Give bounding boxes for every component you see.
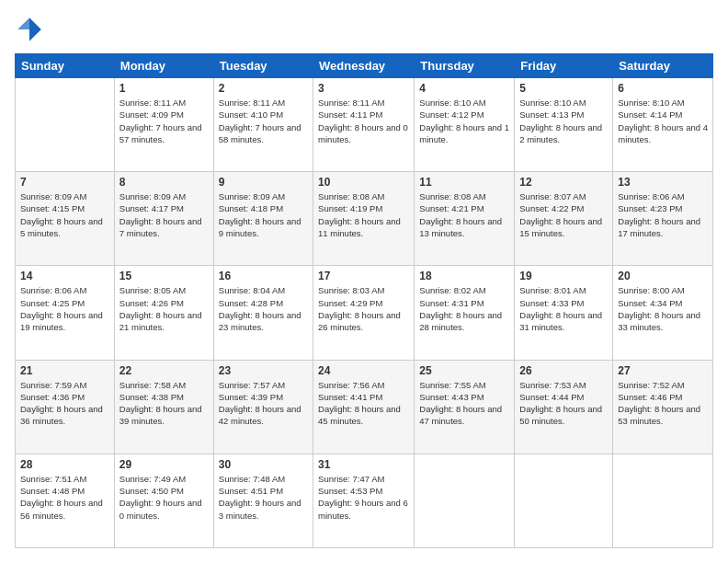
day-number: 24 — [318, 364, 409, 377]
day-number: 31 — [318, 458, 409, 471]
week-row-5: 28Sunrise: 7:51 AMSunset: 4:48 PMDayligh… — [16, 454, 713, 547]
day-cell: 9Sunrise: 8:09 AMSunset: 4:18 PMDaylight… — [213, 172, 313, 266]
day-cell: 19Sunrise: 8:01 AMSunset: 4:33 PMDayligh… — [515, 266, 613, 360]
day-cell: 31Sunrise: 7:47 AMSunset: 4:53 PMDayligh… — [313, 454, 415, 547]
day-info: Sunrise: 8:10 AMSunset: 4:13 PMDaylight:… — [519, 98, 602, 144]
day-cell: 28Sunrise: 7:51 AMSunset: 4:48 PMDayligh… — [16, 454, 115, 547]
day-cell: 2Sunrise: 8:11 AMSunset: 4:10 PMDaylight… — [213, 78, 313, 172]
day-cell: 5Sunrise: 8:10 AMSunset: 4:13 PMDaylight… — [515, 78, 613, 172]
col-header-sunday: Sunday — [16, 54, 115, 78]
day-cell: 30Sunrise: 7:48 AMSunset: 4:51 PMDayligh… — [213, 454, 313, 547]
col-header-friday: Friday — [515, 54, 613, 78]
day-cell: 29Sunrise: 7:49 AMSunset: 4:50 PMDayligh… — [114, 454, 213, 547]
day-info: Sunrise: 7:51 AMSunset: 4:48 PMDaylight:… — [20, 474, 103, 521]
day-info: Sunrise: 8:09 AMSunset: 4:17 PMDaylight:… — [119, 191, 202, 238]
day-info: Sunrise: 7:48 AMSunset: 4:51 PMDaylight:… — [219, 474, 301, 521]
day-cell: 27Sunrise: 7:52 AMSunset: 4:46 PMDayligh… — [613, 360, 713, 454]
day-info: Sunrise: 8:11 AMSunset: 4:10 PMDaylight:… — [219, 98, 301, 144]
day-number: 29 — [119, 458, 209, 471]
day-number: 26 — [519, 364, 608, 377]
day-cell — [16, 78, 115, 172]
day-cell: 26Sunrise: 7:53 AMSunset: 4:44 PMDayligh… — [515, 360, 613, 454]
logo-icon — [15, 15, 44, 44]
day-info: Sunrise: 7:58 AMSunset: 4:38 PMDaylight:… — [119, 380, 202, 427]
calendar-table: SundayMondayTuesdayWednesdayThursdayFrid… — [15, 53, 713, 548]
day-info: Sunrise: 8:04 AMSunset: 4:28 PMDaylight:… — [219, 285, 301, 332]
day-cell: 6Sunrise: 8:10 AMSunset: 4:14 PMDaylight… — [613, 78, 713, 172]
day-cell: 14Sunrise: 8:06 AMSunset: 4:25 PMDayligh… — [16, 266, 115, 360]
day-number: 30 — [219, 458, 308, 471]
day-cell: 4Sunrise: 8:10 AMSunset: 4:12 PMDaylight… — [415, 78, 515, 172]
day-cell: 21Sunrise: 7:59 AMSunset: 4:36 PMDayligh… — [16, 360, 115, 454]
day-info: Sunrise: 8:02 AMSunset: 4:31 PMDaylight:… — [419, 285, 502, 332]
day-info: Sunrise: 7:49 AMSunset: 4:50 PMDaylight:… — [119, 474, 202, 521]
day-number: 11 — [419, 176, 509, 189]
day-info: Sunrise: 7:53 AMSunset: 4:44 PMDaylight:… — [519, 380, 602, 427]
day-info: Sunrise: 8:09 AMSunset: 4:15 PMDaylight:… — [20, 191, 103, 238]
day-cell: 12Sunrise: 8:07 AMSunset: 4:22 PMDayligh… — [515, 172, 613, 266]
day-number: 28 — [20, 458, 109, 471]
day-info: Sunrise: 7:52 AMSunset: 4:46 PMDaylight:… — [618, 380, 700, 427]
day-number: 4 — [419, 82, 509, 95]
day-number: 12 — [519, 176, 608, 189]
day-cell: 15Sunrise: 8:05 AMSunset: 4:26 PMDayligh… — [114, 266, 213, 360]
day-cell: 22Sunrise: 7:58 AMSunset: 4:38 PMDayligh… — [114, 360, 213, 454]
day-number: 8 — [119, 176, 209, 189]
day-cell: 11Sunrise: 8:08 AMSunset: 4:21 PMDayligh… — [415, 172, 515, 266]
day-cell — [613, 454, 713, 547]
day-info: Sunrise: 8:11 AMSunset: 4:09 PMDaylight:… — [119, 98, 202, 144]
col-header-wednesday: Wednesday — [313, 54, 415, 78]
day-number: 13 — [618, 176, 708, 189]
week-row-2: 7Sunrise: 8:09 AMSunset: 4:15 PMDaylight… — [16, 172, 713, 266]
day-number: 9 — [219, 176, 308, 189]
day-info: Sunrise: 8:05 AMSunset: 4:26 PMDaylight:… — [119, 285, 202, 332]
week-row-3: 14Sunrise: 8:06 AMSunset: 4:25 PMDayligh… — [16, 266, 713, 360]
day-cell: 3Sunrise: 8:11 AMSunset: 4:11 PMDaylight… — [313, 78, 415, 172]
day-info: Sunrise: 8:10 AMSunset: 4:12 PMDaylight:… — [419, 98, 509, 144]
header — [15, 15, 713, 44]
day-number: 14 — [20, 270, 109, 282]
day-cell: 13Sunrise: 8:06 AMSunset: 4:23 PMDayligh… — [613, 172, 713, 266]
svg-marker-1 — [17, 17, 29, 29]
day-number: 10 — [318, 176, 409, 189]
day-cell: 17Sunrise: 8:03 AMSunset: 4:29 PMDayligh… — [313, 266, 415, 360]
day-number: 22 — [119, 364, 209, 377]
day-number: 3 — [318, 82, 409, 95]
day-number: 15 — [119, 270, 209, 282]
day-info: Sunrise: 8:06 AMSunset: 4:23 PMDaylight:… — [618, 191, 700, 238]
header-row: SundayMondayTuesdayWednesdayThursdayFrid… — [16, 54, 713, 78]
day-cell: 24Sunrise: 7:56 AMSunset: 4:41 PMDayligh… — [313, 360, 415, 454]
col-header-thursday: Thursday — [415, 54, 515, 78]
day-info: Sunrise: 8:00 AMSunset: 4:34 PMDaylight:… — [618, 285, 700, 332]
day-cell: 25Sunrise: 7:55 AMSunset: 4:43 PMDayligh… — [415, 360, 515, 454]
day-cell: 8Sunrise: 8:09 AMSunset: 4:17 PMDaylight… — [114, 172, 213, 266]
day-info: Sunrise: 8:07 AMSunset: 4:22 PMDaylight:… — [519, 191, 602, 238]
day-number: 7 — [20, 176, 109, 189]
day-cell: 1Sunrise: 8:11 AMSunset: 4:09 PMDaylight… — [114, 78, 213, 172]
day-cell: 16Sunrise: 8:04 AMSunset: 4:28 PMDayligh… — [213, 266, 313, 360]
day-info: Sunrise: 7:47 AMSunset: 4:53 PMDaylight:… — [318, 474, 408, 521]
day-number: 18 — [419, 270, 509, 282]
day-number: 21 — [20, 364, 109, 377]
day-number: 17 — [318, 270, 409, 282]
day-info: Sunrise: 7:59 AMSunset: 4:36 PMDaylight:… — [20, 380, 103, 427]
col-header-monday: Monday — [114, 54, 213, 78]
day-number: 1 — [119, 82, 209, 95]
day-number: 16 — [219, 270, 308, 282]
day-cell: 7Sunrise: 8:09 AMSunset: 4:15 PMDaylight… — [16, 172, 115, 266]
day-info: Sunrise: 8:08 AMSunset: 4:19 PMDaylight:… — [318, 191, 401, 238]
day-number: 19 — [519, 270, 608, 282]
day-info: Sunrise: 8:08 AMSunset: 4:21 PMDaylight:… — [419, 191, 502, 238]
day-cell: 10Sunrise: 8:08 AMSunset: 4:19 PMDayligh… — [313, 172, 415, 266]
day-number: 25 — [419, 364, 509, 377]
day-info: Sunrise: 8:03 AMSunset: 4:29 PMDaylight:… — [318, 285, 401, 332]
col-header-tuesday: Tuesday — [213, 54, 313, 78]
day-info: Sunrise: 8:11 AMSunset: 4:11 PMDaylight:… — [318, 98, 408, 144]
col-header-saturday: Saturday — [613, 54, 713, 78]
day-number: 20 — [618, 270, 708, 282]
day-info: Sunrise: 8:06 AMSunset: 4:25 PMDaylight:… — [20, 285, 103, 332]
day-cell — [515, 454, 613, 547]
day-info: Sunrise: 7:57 AMSunset: 4:39 PMDaylight:… — [219, 380, 301, 427]
day-info: Sunrise: 7:55 AMSunset: 4:43 PMDaylight:… — [419, 380, 502, 427]
day-info: Sunrise: 8:09 AMSunset: 4:18 PMDaylight:… — [219, 191, 301, 238]
